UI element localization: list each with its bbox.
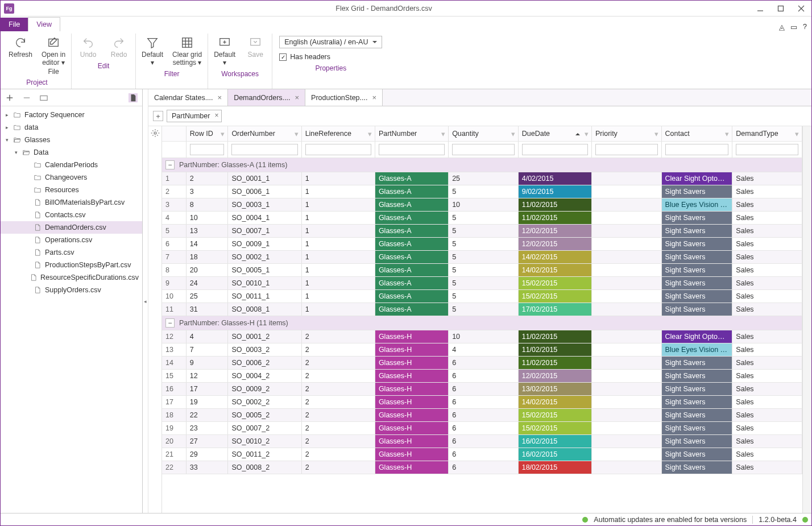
group-chip-partnumber[interactable]: PartNumber × <box>167 110 222 122</box>
filter-icon[interactable]: ▾ <box>441 130 445 138</box>
vertical-scrollbar[interactable] <box>802 126 811 513</box>
column-header[interactable]: Priority▾ <box>591 126 661 141</box>
table-row[interactable]: 718SO_0002_11Glasses-A514/02/2015Sight S… <box>162 250 802 263</box>
twist-icon[interactable] <box>24 262 30 268</box>
twist-icon[interactable] <box>24 287 30 293</box>
redo-button[interactable]: Redo <box>106 34 132 61</box>
table-row[interactable]: 1923SO_0007_22Glasses-H615/02/2015Sight … <box>162 421 802 434</box>
table-row[interactable]: 410SO_0004_11Glasses-A511/02/2015Sight S… <box>162 211 802 224</box>
table-row[interactable]: 149SO_0006_22Glasses-H611/02/2015Sight S… <box>162 356 802 369</box>
twist-icon[interactable] <box>24 187 30 193</box>
table-row[interactable]: 1822SO_0005_22Glasses-H615/02/2015Sight … <box>162 408 802 421</box>
doc-tab[interactable]: ProductionStep....× <box>305 89 383 106</box>
table-row[interactable]: 12SO_0001_11Glasses-A254/02/2015Clear Si… <box>162 172 802 185</box>
column-filter-input[interactable] <box>522 144 588 155</box>
column-header[interactable]: OrderNumber▾ <box>228 126 301 141</box>
twist-icon[interactable] <box>24 162 30 168</box>
column-filter-input[interactable] <box>379 144 445 155</box>
close-icon[interactable]: × <box>218 93 222 102</box>
group-row[interactable]: −PartNumber: Glasses-A (11 items) <box>162 158 802 172</box>
table-row[interactable]: 23SO_0006_11Glasses-A59/02/2015Sight Sav… <box>162 185 802 198</box>
filter-icon[interactable]: ▾ <box>221 130 225 138</box>
column-header[interactable]: Quantity▾ <box>449 126 519 141</box>
tree-node[interactable]: ▾Data <box>1 146 142 159</box>
column-header[interactable]: DemandType▾ <box>732 126 802 141</box>
table-row[interactable]: 1131SO_0008_11Glasses-A517/02/2015Sight … <box>162 303 802 316</box>
column-header[interactable]: Contact▾ <box>661 126 732 141</box>
ribbon-book-icon[interactable]: ▭ <box>790 23 797 31</box>
filter-icon[interactable]: ▾ <box>795 130 799 138</box>
workspace-default-button[interactable]: Default ▾ <box>212 34 238 69</box>
filter-icon[interactable]: ▾ <box>511 130 515 138</box>
table-row[interactable]: 1512SO_0004_22Glasses-H612/02/2015Sight … <box>162 369 802 382</box>
grid-settings-button[interactable] <box>148 126 162 513</box>
twist-icon[interactable]: ▸ <box>4 112 10 118</box>
tree-node[interactable]: BillOfMaterialsByPart.csv <box>1 196 142 209</box>
has-headers-checkbox[interactable]: Has headers <box>279 53 382 61</box>
column-filter-input[interactable] <box>736 144 798 155</box>
twist-icon[interactable] <box>24 250 30 255</box>
remove-icon[interactable] <box>22 93 31 102</box>
column-header[interactable]: DueDate▾ <box>518 126 591 141</box>
workspace-save-button[interactable]: Save <box>242 34 268 61</box>
column-header[interactable]: Row ID▾ <box>186 126 228 141</box>
column-filter-input[interactable] <box>231 144 297 155</box>
file-tree[interactable]: ▸Factory Sequencer▸data▾Glasses▾DataCale… <box>1 106 142 513</box>
filter-icon[interactable]: ▾ <box>368 130 372 138</box>
table-row[interactable]: 38SO_0003_11Glasses-A1011/02/2015Blue Ey… <box>162 198 802 211</box>
add-group-button[interactable]: + <box>153 111 163 121</box>
table-row[interactable]: 124SO_0001_22Glasses-H1011/02/2015Clear … <box>162 330 802 343</box>
ribbon-collapse-icon[interactable]: ◬ <box>779 23 785 31</box>
close-icon[interactable]: × <box>372 93 376 102</box>
tree-node[interactable]: SupplyOrders.csv <box>1 284 142 296</box>
column-header[interactable]: LineReference▾ <box>301 126 375 141</box>
tree-node[interactable]: Operations.csv <box>1 234 142 246</box>
tree-node[interactable]: CalendarPeriods <box>1 159 142 171</box>
table-row[interactable]: 614SO_0009_11Glasses-A512/02/2015Sight S… <box>162 237 802 250</box>
menu-file[interactable]: File <box>1 18 28 31</box>
group-row[interactable]: −PartNumber: Glasses-H (11 items) <box>162 316 802 330</box>
tree-node[interactable]: DemandOrders.csv <box>1 221 142 234</box>
column-header[interactable] <box>162 126 186 141</box>
help-icon[interactable]: ? <box>803 23 807 31</box>
table-row[interactable]: 1719SO_0002_22Glasses-H614/02/2015Sight … <box>162 395 802 408</box>
sidebar-collapse-handle[interactable]: ◂ <box>143 89 148 513</box>
menu-view[interactable]: View <box>28 17 60 31</box>
locale-select[interactable]: English (Australia) / en-AU <box>279 36 382 48</box>
table-row[interactable]: 2233SO_0008_22Glasses-H618/02/2015Sight … <box>162 461 802 474</box>
tree-node[interactable]: ▾Glasses <box>1 134 142 146</box>
open-in-editor-button[interactable]: Open in editor ▾ File <box>39 34 68 77</box>
filter-icon[interactable]: ▾ <box>725 130 729 138</box>
table-row[interactable]: 820SO_0005_11Glasses-A514/02/2015Sight S… <box>162 263 802 276</box>
table-row[interactable]: 2027SO_0010_22Glasses-H616/02/2015Sight … <box>162 434 802 448</box>
add-icon[interactable] <box>5 93 14 102</box>
column-filter-input[interactable] <box>665 144 729 155</box>
column-header[interactable]: PartNumber▾ <box>375 126 448 141</box>
undo-button[interactable]: Undo <box>75 34 101 61</box>
close-icon[interactable]: × <box>295 93 299 102</box>
maximize-button[interactable] <box>770 1 791 16</box>
filter-icon[interactable]: ▾ <box>654 130 658 138</box>
twist-icon[interactable]: ▸ <box>4 125 10 130</box>
table-row[interactable]: 2129SO_0011_22Glasses-H616/02/2015Sight … <box>162 448 802 461</box>
doc-tab[interactable]: DemandOrders....× <box>228 89 305 106</box>
twist-icon[interactable]: ▾ <box>13 150 19 155</box>
column-filter-input[interactable] <box>305 144 371 155</box>
clear-grid-settings-button[interactable]: Clear grid settings ▾ <box>170 34 204 69</box>
tree-node[interactable]: ▸data <box>1 121 142 134</box>
table-row[interactable]: 924SO_0010_11Glasses-A515/02/2015Sight S… <box>162 276 802 289</box>
column-filter-input[interactable] <box>595 144 658 155</box>
file-view-icon[interactable] <box>129 93 138 102</box>
data-grid[interactable]: Row ID▾OrderNumber▾LineReference▾PartNum… <box>162 126 802 474</box>
refresh-button[interactable]: Refresh <box>6 34 35 61</box>
filter-default-button[interactable]: Default ▾ <box>139 34 165 69</box>
tree-node[interactable]: ProductionStepsByPart.csv <box>1 259 142 271</box>
table-row[interactable]: 1617SO_0009_22Glasses-H613/02/2015Sight … <box>162 382 802 395</box>
table-row[interactable]: 1025SO_0011_11Glasses-A515/02/2015Sight … <box>162 289 802 303</box>
twist-icon[interactable] <box>24 275 27 280</box>
twist-icon[interactable] <box>24 225 30 230</box>
column-filter-input[interactable] <box>190 144 225 155</box>
column-filter-input[interactable] <box>452 144 515 155</box>
twist-icon[interactable] <box>24 175 30 180</box>
remove-group-icon[interactable]: × <box>214 111 218 119</box>
